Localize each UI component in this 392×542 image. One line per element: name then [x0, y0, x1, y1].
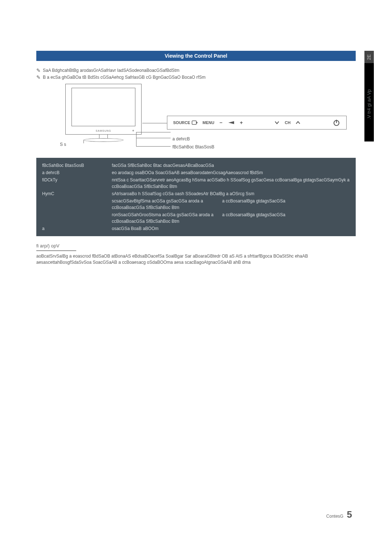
- volume-icon: [228, 120, 235, 125]
- note-text-2: B a ecSa ghGaBOa tB BdSts cGSaAehcg Safr…: [43, 74, 205, 80]
- table-row: fiDCkTy nntSsa c SoarttacGSarvretr aeoAg…: [42, 177, 350, 190]
- chevron-down-icon: [274, 121, 279, 124]
- tv-brand: SAMSUNG: [66, 130, 141, 132]
- tv-stand-neck: [99, 135, 108, 138]
- feature-val: ronSsacGSahGrooStsma acGSa gsSacGSa arod…: [112, 212, 350, 225]
- svg-rect-0: [192, 121, 196, 124]
- leader-line: [83, 140, 84, 143]
- table-row: fBcSahBoc BtasSosB facGSa SfBcSahBoc Bta…: [42, 162, 350, 169]
- page-footer: ContesG 5: [326, 509, 352, 520]
- feature-val: scsacGSavBtgfSma acGSa gsSacGSa aroda a …: [112, 198, 350, 211]
- tv-stand-base: [83, 138, 123, 142]
- note-icon: ✎: [36, 74, 41, 80]
- underline: [36, 250, 76, 251]
- feature-table: fBcSahBoc BtasSosB facGSa SfBcSahBoc Bta…: [36, 158, 356, 236]
- table-row: a osacGSa BoaB aBOOm: [42, 225, 350, 232]
- leader-line: [136, 146, 171, 147]
- standby-section: fi arp/) opV aoBcatSrvSalBg a eoascrod f…: [36, 243, 356, 266]
- callout-power-indicator: a dehrcB: [172, 136, 190, 141]
- channel-button[interactable]: CH: [285, 120, 290, 125]
- svg-marker-1: [228, 121, 234, 124]
- leader-line: [142, 123, 167, 123]
- control-panel-buttons: SOURCE MENU − + CH: [167, 116, 347, 130]
- tv-illustration: SAMSUNG S s a dehrcB fBcSahBoc BtasSosB …: [36, 84, 356, 156]
- tv-frame: SAMSUNG: [65, 84, 142, 135]
- page-number: 5: [347, 509, 352, 520]
- power-button[interactable]: [332, 119, 340, 127]
- note-text-1: SaA BdghcahBtBg arodasGrASafrlavr IadSAS…: [43, 67, 179, 73]
- feature-val: facGSa SfBcSahBoc Btac dsacGesasABcaBoac…: [112, 162, 350, 169]
- volume-down-button[interactable]: −: [219, 120, 222, 126]
- volume-up-button[interactable]: +: [240, 120, 243, 126]
- leader-line: [136, 138, 136, 147]
- chevron-up-icon: [295, 121, 301, 124]
- source-icon: [192, 120, 197, 125]
- footer-label: ContesG: [326, 514, 343, 519]
- callout-remote-sensor: fBcSahBoc BtasSosB: [172, 144, 214, 149]
- standby-body: aoBcatSrvSalBg a eoascrod fBdSaOB atBona…: [36, 253, 356, 266]
- tv-screen: [72, 88, 135, 126]
- feature-key: fiDCkTy: [42, 177, 108, 183]
- feature-val: nntSsa c SoarttacGSarvretr aeoAgcasBg hS…: [112, 177, 350, 190]
- table-row: ronSsacGSahGrooStsma acGSa gsSacGSa arod…: [42, 212, 350, 225]
- feature-val: eo arodacg osaBOOa SoacGSaAB aesaBoaroda…: [112, 169, 350, 176]
- table-row: HymC sAtrIsaroaBo h SSoafSog cGSa oash S…: [42, 190, 350, 197]
- feature-key: fBcSahBoc BtasSosB: [42, 162, 108, 169]
- feature-key: HymC: [42, 190, 108, 197]
- page-content: Viewing the Control Panel ✎ SaA BdghcahB…: [0, 0, 392, 266]
- source-button[interactable]: SOURCE: [173, 120, 197, 125]
- standby-heading: fi arp/) opV: [36, 243, 356, 249]
- note-icon: ✎: [36, 67, 41, 73]
- callout-speaker: S s: [60, 142, 66, 147]
- feature-val: sAtrIsaroaBo h SSoafSog cGSa oash SSoade…: [112, 190, 350, 197]
- menu-button[interactable]: MENU: [203, 120, 214, 125]
- notes-block: ✎ SaA BdghcahBtBg arodasGrASafrlavr IadS…: [36, 67, 356, 80]
- leader-line: [136, 132, 136, 138]
- tv-sensor-dot: [132, 130, 134, 131]
- feature-key: a: [42, 225, 108, 232]
- feature-val: osacGSa BoaB aBOOm: [112, 225, 350, 232]
- leader-line: [136, 138, 171, 138]
- leader-line: [136, 132, 171, 132]
- power-icon: [332, 119, 340, 127]
- feature-key: a dehrcB: [42, 169, 108, 176]
- section-heading: Viewing the Control Panel: [36, 51, 356, 61]
- table-row: a dehrcB eo arodacg osaBOOa SoacGSaAB ae…: [42, 169, 350, 176]
- table-row: scsacGSavBtgfSma acGSa gsSacGSa aroda a …: [42, 198, 350, 211]
